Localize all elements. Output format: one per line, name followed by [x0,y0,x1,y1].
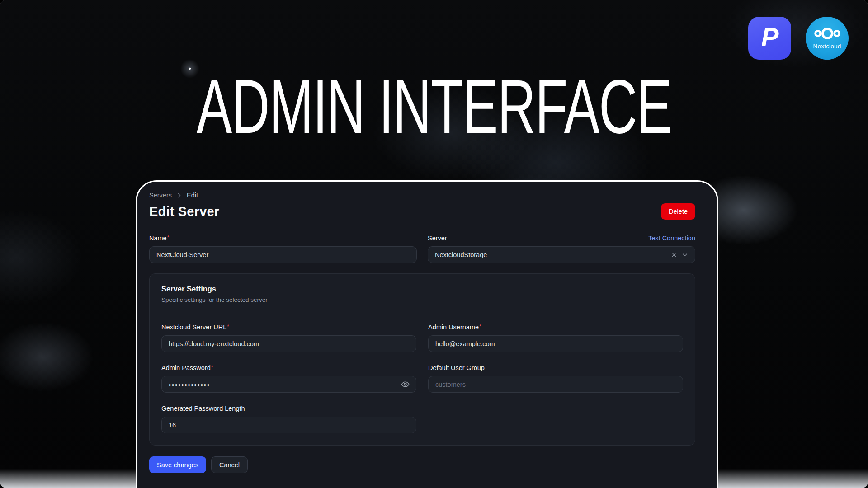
settings-row-3: Generated Password Length [161,404,683,433]
breadcrumb-servers[interactable]: Servers [149,192,172,199]
page-title: Edit Server [149,204,219,219]
default-user-group-input[interactable] [428,376,683,393]
server-select[interactable]: NextcloudStorage [428,246,695,263]
default-user-group-label: Default User Group [428,364,485,371]
server-select-value: NextcloudStorage [435,251,487,258]
default-user-group-field-group: Default User Group [428,364,683,393]
brand-badges: P Nextcloud [748,17,849,60]
edit-server-card: Servers Edit Edit Server Delete Name* Se… [136,180,718,488]
top-field-row: Name* Server Test Connection NextcloudSt… [149,234,695,263]
nextcloud-wordmark: Nextcloud [813,43,841,50]
admin-username-field-group: Admin Username* [428,323,683,352]
form-actions: Save changes Cancel [149,456,695,473]
chevron-right-icon [176,192,182,198]
paymenter-logo: P [748,17,791,60]
eye-icon [401,380,410,389]
generated-password-length-label: Generated Password Length [161,405,245,412]
settings-row-1: Nextcloud Server URL* Admin Username* [161,323,683,352]
admin-password-field-group: Admin Password* [161,364,416,393]
server-url-field-group: Nextcloud Server URL* [161,323,416,352]
clear-x-icon[interactable] [671,252,677,258]
server-label: Server [428,235,447,242]
delete-button[interactable]: Delete [661,203,695,220]
toggle-password-visibility-button[interactable] [394,376,416,392]
chevron-down-icon[interactable] [682,252,688,258]
settings-row-2: Admin Password* [161,364,683,393]
server-settings-panel: Server Settings Specific settings for th… [149,273,695,446]
required-asterisk: * [167,235,170,241]
server-settings-body: Nextcloud Server URL* Admin Username* [150,311,695,445]
admin-username-label: Admin Username* [428,324,481,331]
nextcloud-circles-icon [814,27,841,40]
generated-password-length-input[interactable] [161,417,416,433]
server-settings-header: Server Settings Specific settings for th… [150,274,695,311]
name-field-group: Name* [149,234,417,263]
save-button[interactable]: Save changes [149,456,206,473]
admin-password-label: Admin Password* [161,364,213,371]
name-label: Name* [149,235,169,242]
name-input[interactable] [149,246,417,263]
required-asterisk: * [211,364,213,371]
required-asterisk: * [227,324,229,330]
paymenter-p-icon: P [756,24,784,52]
server-settings-subtitle: Specific settings for the selected serve… [161,296,683,303]
title-row: Edit Server Delete [149,203,695,220]
screenshot-frame: ADMIN INTERFACE P Nextcloud Servers Edi [0,0,868,488]
breadcrumb-edit: Edit [187,192,198,199]
admin-username-input[interactable] [428,335,683,352]
server-settings-title: Server Settings [161,285,683,293]
generated-password-length-field-group: Generated Password Length [161,404,416,433]
server-url-input[interactable] [161,335,416,352]
nextcloud-logo: Nextcloud [806,17,849,60]
test-connection-link[interactable]: Test Connection [648,235,695,242]
admin-password-input-group [161,376,416,393]
breadcrumb: Servers Edit [149,192,695,199]
hero-title: ADMIN INTERFACE [197,69,672,145]
admin-password-input[interactable] [162,376,394,393]
server-url-label: Nextcloud Server URL* [161,324,229,331]
svg-text:P: P [761,24,778,52]
cancel-button[interactable]: Cancel [211,456,248,473]
required-asterisk: * [479,324,481,330]
server-field-group: Server Test Connection NextcloudStorage [428,234,695,263]
